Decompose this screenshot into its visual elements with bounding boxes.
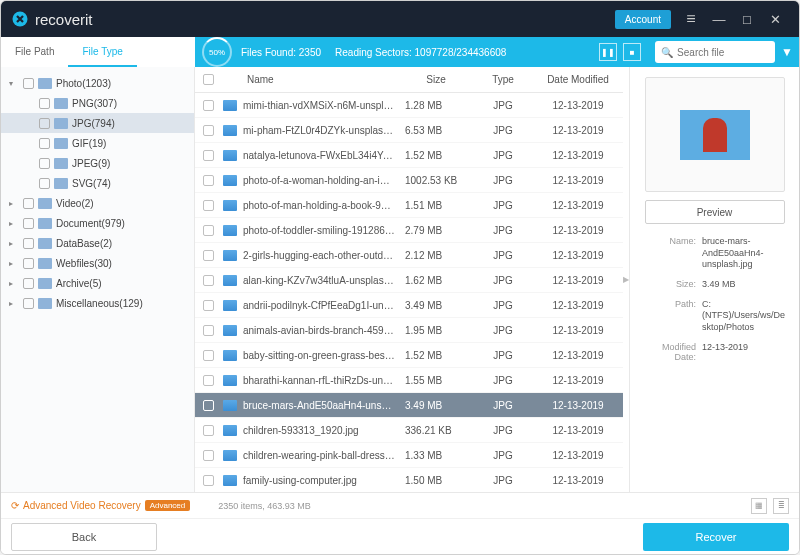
stop-icon[interactable]: ■ (623, 43, 641, 61)
table-row[interactable]: photo-of-man-holding-a-book-92702...1.51… (195, 193, 623, 218)
advanced-video-recovery-link[interactable]: ⟳ Advanced Video Recovery (11, 500, 141, 511)
row-checkbox[interactable] (203, 350, 214, 361)
expand-icon[interactable]: ▸ (9, 219, 19, 228)
tree-item[interactable]: JPEG(9) (1, 153, 194, 173)
tree-checkbox[interactable] (23, 78, 34, 89)
close-icon[interactable]: ✕ (761, 6, 789, 32)
tree-checkbox[interactable] (39, 178, 50, 189)
tree-item[interactable]: SVG(74) (1, 173, 194, 193)
minimize-icon[interactable]: — (705, 6, 733, 32)
search-icon: 🔍 (661, 47, 673, 58)
tree-item[interactable]: ▸Archive(5) (1, 273, 194, 293)
list-view-icon[interactable]: ≣ (773, 498, 789, 514)
filter-icon[interactable]: ▼ (781, 45, 793, 59)
tree-item[interactable]: GIF(19) (1, 133, 194, 153)
tree-item[interactable]: ▸Webfiles(30) (1, 253, 194, 273)
table-row[interactable]: mi-pham-FtZL0r4DZYk-unsplash.jpg6.53 MBJ… (195, 118, 623, 143)
tree-checkbox[interactable] (23, 278, 34, 289)
table-row[interactable]: bruce-mars-AndE50aaHn4-unsplash...3.49 M… (195, 393, 623, 418)
account-button[interactable]: Account (615, 10, 671, 29)
row-checkbox[interactable] (203, 475, 214, 486)
tree-checkbox[interactable] (39, 158, 50, 169)
recover-button[interactable]: Recover (643, 523, 789, 551)
col-name[interactable]: Name (243, 74, 399, 85)
view-tabs: File Path File Type (1, 37, 195, 67)
row-checkbox[interactable] (203, 175, 214, 186)
table-row[interactable]: family-using-computer.jpg1.50 MBJPG12-13… (195, 468, 623, 492)
row-checkbox[interactable] (203, 100, 214, 111)
back-button[interactable]: Back (11, 523, 157, 551)
tab-file-type[interactable]: File Type (68, 37, 136, 67)
tree-item[interactable]: ▸Document(979) (1, 213, 194, 233)
row-checkbox[interactable] (203, 325, 214, 336)
table-row[interactable]: bharathi-kannan-rfL-thiRzDs-unsplas...1.… (195, 368, 623, 393)
warning-icon: ⟳ (11, 500, 19, 511)
expand-icon[interactable]: ▸ (9, 199, 19, 208)
tree-checkbox[interactable] (39, 98, 50, 109)
tree-checkbox[interactable] (39, 138, 50, 149)
row-checkbox[interactable] (203, 275, 214, 286)
meta-name-value: bruce-mars-AndE50aaHn4-unsplash.jpg (702, 236, 789, 271)
tree-item[interactable]: JPG(794) (1, 113, 194, 133)
row-checkbox[interactable] (203, 150, 214, 161)
table-row[interactable]: animals-avian-birds-branch-459326.j...1.… (195, 318, 623, 343)
table-row[interactable]: baby-sitting-on-green-grass-beside-...1.… (195, 343, 623, 368)
search-input[interactable] (677, 47, 762, 58)
tree-checkbox[interactable] (39, 118, 50, 129)
row-checkbox[interactable] (203, 400, 214, 411)
tree-item[interactable]: PNG(307) (1, 93, 194, 113)
expand-icon[interactable]: ▸ (9, 259, 19, 268)
table-row[interactable]: photo-of-toddler-smiling-1912868.jpg2.79… (195, 218, 623, 243)
row-checkbox[interactable] (203, 200, 214, 211)
table-row[interactable]: natalya-letunova-FWxEbL34i4Y-unspl...1.5… (195, 143, 623, 168)
file-date: 12-13-2019 (533, 125, 623, 136)
expand-icon[interactable]: ▸ (9, 239, 19, 248)
col-size[interactable]: Size (399, 74, 473, 85)
maximize-icon[interactable]: □ (733, 6, 761, 32)
file-date: 12-13-2019 (533, 425, 623, 436)
file-date: 12-13-2019 (533, 450, 623, 461)
tab-file-path[interactable]: File Path (1, 37, 68, 67)
menu-icon[interactable]: ≡ (677, 6, 705, 32)
file-icon (223, 475, 237, 486)
file-name: mi-pham-FtZL0r4DZYk-unsplash.jpg (243, 125, 399, 136)
table-row[interactable]: photo-of-a-woman-holding-an-ipad-7...100… (195, 168, 623, 193)
row-checkbox[interactable] (203, 125, 214, 136)
tree-item[interactable]: ▾Photo(1203) (1, 73, 194, 93)
expand-icon[interactable]: ▾ (9, 79, 19, 88)
expand-icon[interactable]: ▸ (9, 299, 19, 308)
table-row[interactable]: andrii-podilnyk-CfPfEeaDg1I-unsplas...3.… (195, 293, 623, 318)
expand-icon[interactable]: ▸ (9, 279, 19, 288)
row-checkbox[interactable] (203, 425, 214, 436)
table-row[interactable]: alan-king-KZv7w34tluA-unsplash.jpg1.62 M… (195, 268, 623, 293)
search-box[interactable]: 🔍 (655, 41, 775, 63)
row-checkbox[interactable] (203, 375, 214, 386)
file-date: 12-13-2019 (533, 175, 623, 186)
tree-item[interactable]: ▸Video(2) (1, 193, 194, 213)
table-row[interactable]: children-593313_1920.jpg336.21 KBJPG12-1… (195, 418, 623, 443)
tree-checkbox[interactable] (23, 218, 34, 229)
preview-button[interactable]: Preview (645, 200, 785, 224)
tree-label: JPEG(9) (72, 158, 110, 169)
tree-checkbox[interactable] (23, 198, 34, 209)
svg-rect-9 (38, 238, 52, 249)
col-date[interactable]: Date Modified (533, 74, 623, 85)
tree-checkbox[interactable] (23, 238, 34, 249)
grid-view-icon[interactable]: ▦ (751, 498, 767, 514)
row-checkbox[interactable] (203, 250, 214, 261)
table-row[interactable]: 2-girls-hugging-each-other-outdoor-...2.… (195, 243, 623, 268)
row-checkbox[interactable] (203, 225, 214, 236)
row-checkbox[interactable] (203, 300, 214, 311)
tree-checkbox[interactable] (23, 258, 34, 269)
table-row[interactable]: children-wearing-pink-ball-dress-360...1… (195, 443, 623, 468)
tree-checkbox[interactable] (23, 298, 34, 309)
select-all-checkbox[interactable] (203, 74, 214, 85)
tree-item[interactable]: ▸DataBase(2) (1, 233, 194, 253)
table-row[interactable]: mimi-thian-vdXMSiX-n6M-unsplash.jpg1.28 … (195, 93, 623, 118)
col-type[interactable]: Type (473, 74, 533, 85)
pause-icon[interactable]: ❚❚ (599, 43, 617, 61)
row-checkbox[interactable] (203, 450, 214, 461)
file-size: 3.49 MB (399, 300, 473, 311)
preview-thumbnail (645, 77, 785, 192)
tree-item[interactable]: ▸Miscellaneous(129) (1, 293, 194, 313)
